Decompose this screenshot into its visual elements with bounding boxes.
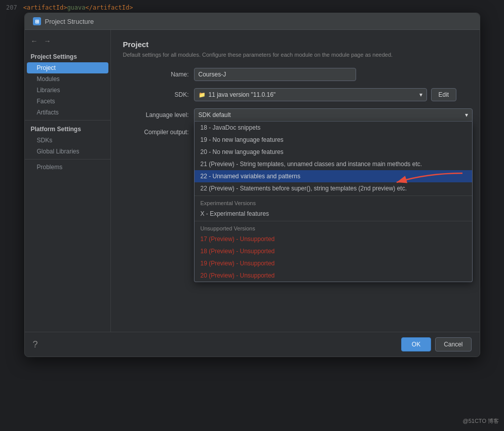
help-button[interactable]: ? xyxy=(33,339,38,350)
language-level-dropdown-wrapper: SDK default ▾ 18 - JavaDoc snippets 19 -… xyxy=(194,108,473,122)
nav-forward-button[interactable]: → xyxy=(42,36,53,46)
sidebar-item-problems[interactable]: Problems xyxy=(25,162,110,173)
language-level-label: Language level: xyxy=(123,108,189,119)
name-input[interactable] xyxy=(194,68,356,81)
sidebar-item-sdks[interactable]: SDKs xyxy=(25,135,110,146)
sdk-select[interactable]: 📁 11 java version "11.0.16" ▾ xyxy=(194,88,427,101)
dropdown-item-19-unsupported[interactable]: 19 (Preview) - Unsupported xyxy=(195,257,472,269)
dropdown-item-18-unsupported[interactable]: 18 (Preview) - Unsupported xyxy=(195,245,472,257)
language-level-trigger[interactable]: SDK default ▾ xyxy=(194,108,473,122)
platform-settings-label: Platform Settings xyxy=(25,123,110,135)
edit-sdk-button[interactable]: Edit xyxy=(431,88,457,101)
dropdown-item-22-unnamed[interactable]: 22 - Unnamed variables and patterns xyxy=(195,170,472,182)
unsupported-label: Unsupported Versions xyxy=(195,222,472,233)
language-level-chevron-icon: ▾ xyxy=(465,111,468,119)
name-row: Name: xyxy=(123,68,473,81)
language-level-row: Language level: SDK default ▾ 18 - JavaD… xyxy=(123,108,473,122)
dropdown-divider-1 xyxy=(195,195,472,196)
nav-buttons: ← → xyxy=(25,34,110,50)
name-label: Name: xyxy=(123,71,189,78)
sdk-chevron-icon: ▾ xyxy=(419,91,422,98)
sdk-select-left: 📁 11 java version "11.0.16" xyxy=(199,91,276,98)
dropdown-item-19-no-new[interactable]: 19 - No new language features xyxy=(195,134,472,146)
sdk-value: 11 java version "11.0.16" xyxy=(209,91,276,98)
footer-buttons: OK Cancel xyxy=(401,337,472,351)
sidebar-item-project[interactable]: Project xyxy=(27,62,108,73)
sidebar-item-libraries[interactable]: Libraries xyxy=(25,85,110,96)
cancel-button[interactable]: Cancel xyxy=(435,337,471,351)
dialog-titlebar: ⊞ Project Structure xyxy=(25,13,480,30)
sdk-label: SDK: xyxy=(123,91,189,98)
sidebar-item-modules[interactable]: Modules xyxy=(25,73,110,85)
dropdown-divider-2 xyxy=(195,221,472,221)
sidebar-item-artifacts[interactable]: Artifacts xyxy=(25,107,110,118)
sdk-folder-icon: 📁 xyxy=(199,92,206,98)
sdk-select-row: 📁 11 java version "11.0.16" ▾ Edit xyxy=(194,88,457,101)
dropdown-item-17-unsupported[interactable]: 17 (Preview) - Unsupported xyxy=(195,233,472,245)
dropdown-item-22-preview[interactable]: 22 (Preview) - Statements before super()… xyxy=(195,182,472,194)
dropdown-item-20-unsupported[interactable]: 20 (Preview) - Unsupported xyxy=(195,269,472,282)
sidebar-item-facets[interactable]: Facets xyxy=(25,96,110,107)
dropdown-item-20-no-new[interactable]: 20 - No new language features xyxy=(195,146,472,158)
dialog-icon: ⊞ xyxy=(33,17,41,25)
section-desc: Default settings for all modules. Config… xyxy=(123,52,473,58)
dialog-body: ← → Project Settings Project Modules Lib… xyxy=(25,30,480,332)
dropdown-item-21-preview[interactable]: 21 (Preview) - String templates, unnamed… xyxy=(195,158,472,170)
sdk-row: SDK: 📁 11 java version "11.0.16" ▾ Edit xyxy=(123,88,473,101)
language-level-value: SDK default xyxy=(199,111,231,119)
sidebar-divider-2 xyxy=(25,159,110,160)
experimental-label: Experimental Versions xyxy=(195,197,472,208)
compiler-output-label: Compiler output: xyxy=(123,129,189,136)
dialog-title: Project Structure xyxy=(45,18,94,25)
dropdown-item-x-experimental[interactable]: X - Experimental features xyxy=(195,208,472,220)
dropdown-item-18-javadoc[interactable]: 18 - JavaDoc snippets xyxy=(195,122,472,134)
project-settings-label: Project Settings xyxy=(25,50,110,62)
section-title: Project xyxy=(123,40,473,49)
main-content: Project Default settings for all modules… xyxy=(111,30,485,332)
project-structure-dialog: ⊞ Project Structure ← → Project Settings… xyxy=(24,13,480,357)
sidebar-divider xyxy=(25,120,110,121)
language-level-dropdown[interactable]: 18 - JavaDoc snippets 19 - No new langua… xyxy=(194,122,473,282)
nav-back-button[interactable]: ← xyxy=(29,36,40,46)
dialog-footer: ? OK Cancel xyxy=(25,332,480,357)
sidebar: ← → Project Settings Project Modules Lib… xyxy=(25,30,111,332)
ok-button[interactable]: OK xyxy=(401,337,431,351)
sidebar-item-global-libraries[interactable]: Global Libraries xyxy=(25,146,110,157)
dialog-overlay: ⊞ Project Structure ← → Project Settings… xyxy=(0,10,504,431)
